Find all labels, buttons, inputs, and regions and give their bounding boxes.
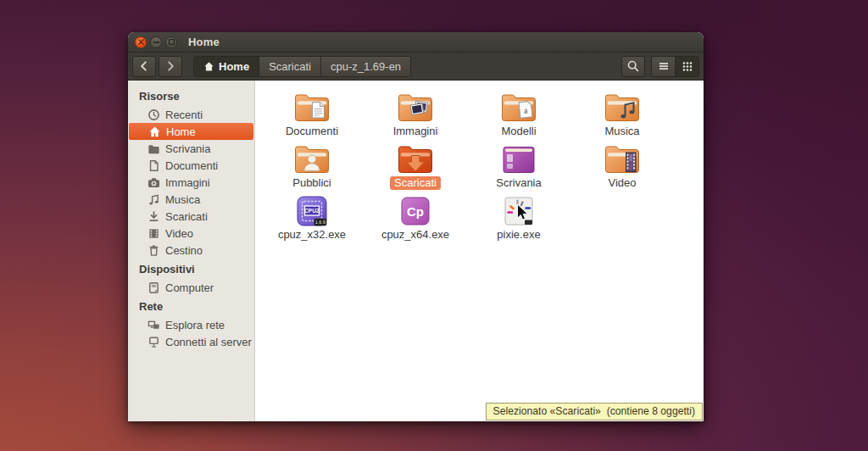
maximize-button[interactable] — [165, 36, 177, 48]
sidebar-item-computer[interactable]: Computer — [128, 279, 254, 296]
file-item-musica[interactable]: Musica — [570, 90, 674, 142]
breadcrumb-segment-cpu-z-1-69-en[interactable]: cpu-z_1.69-en — [320, 57, 410, 76]
server-icon — [147, 335, 160, 348]
home-icon — [203, 61, 214, 72]
sidebar-section-header: Dispositivi — [128, 259, 254, 279]
sidebar-item-home[interactable]: Home — [129, 123, 253, 140]
sidebar-item-esplora-rete[interactable]: Esplora rete — [128, 316, 254, 333]
svg-text:CPUZ: CPUZ — [304, 208, 320, 214]
document-icon — [147, 159, 160, 172]
sidebar: Risorse Recenti Home Scrivania Documenti… — [128, 81, 255, 421]
chevron-right-icon — [164, 59, 177, 73]
sidebar-section-risorse: Risorse Recenti Home Scrivania Documenti… — [128, 86, 254, 259]
file-item-documenti[interactable]: Documenti — [260, 90, 364, 142]
folder-icon — [147, 142, 160, 155]
file-manager-window: Home Home Scaricati cpu-z_1.69-en — [128, 32, 704, 421]
file-item-pixie-exe[interactable]: pixie.exe — [467, 193, 570, 245]
file-item-scaricati[interactable]: Scaricati — [364, 142, 467, 193]
exe-pixie-icon — [503, 193, 535, 227]
folder-public-icon — [293, 142, 331, 175]
trash-icon — [147, 243, 160, 257]
sidebar-item-connetti-al-server[interactable]: Connetti al server — [128, 333, 254, 350]
maximize-icon — [166, 36, 176, 47]
folder-templates-icon: a — [500, 90, 537, 124]
list-view-button[interactable] — [652, 57, 675, 76]
file-item-modelli[interactable]: a Modelli — [467, 90, 570, 142]
toolbar: Home Scaricati cpu-z_1.69-en — [128, 53, 704, 81]
sidebar-section-rete: Rete Esplora rete Connetti al server — [128, 296, 254, 350]
file-item-immagini[interactable]: Immagini — [364, 90, 467, 142]
sidebar-item-musica[interactable]: Musica — [128, 191, 254, 208]
download-icon — [147, 209, 160, 223]
music-icon — [147, 192, 160, 206]
search-icon — [626, 59, 640, 73]
breadcrumb-segment-scaricati[interactable]: Scaricati — [259, 57, 320, 76]
folder-video-icon — [604, 142, 641, 175]
list-view-icon — [657, 59, 670, 73]
grid-view-icon — [681, 59, 694, 73]
file-item-video[interactable]: Video — [570, 142, 674, 193]
folder-documents-icon — [293, 90, 331, 124]
content-pane[interactable]: Documenti Immagini a Modelli Musica Pubb… — [255, 81, 704, 421]
sidebar-section-dispositivi: Dispositivi Computer — [128, 259, 254, 296]
minimize-icon — [151, 36, 161, 47]
file-grid: Documenti Immagini a Modelli Musica Pubb… — [255, 81, 704, 245]
exe-cpuz64-icon: Cp — [399, 193, 431, 227]
svg-text:Cp: Cp — [407, 204, 424, 219]
folder-pictures-icon — [397, 90, 434, 124]
back-button[interactable] — [132, 56, 156, 77]
view-toggle-group — [651, 56, 699, 77]
sidebar-item-video[interactable]: Video — [128, 225, 254, 242]
sidebar-item-immagini[interactable]: Immagini — [128, 174, 254, 191]
sidebar-item-cestino[interactable]: Cestino — [128, 242, 254, 259]
svg-text:1.6.9: 1.6.9 — [315, 220, 326, 225]
window-title: Home — [188, 36, 220, 48]
sidebar-section-header: Risorse — [128, 86, 254, 106]
video-icon — [147, 226, 160, 240]
folder-downloads-selected-icon — [397, 142, 434, 175]
search-button[interactable] — [621, 56, 645, 77]
breadcrumb-segment-home[interactable]: Home — [194, 57, 259, 76]
network-icon — [147, 318, 160, 331]
status-tooltip: Selezionato «Scaricati» (contiene 8 ogge… — [486, 403, 703, 420]
window-body: Risorse Recenti Home Scrivania Documenti… — [128, 81, 704, 421]
chevron-left-icon — [137, 59, 151, 73]
camera-icon — [147, 175, 160, 189]
close-icon — [136, 36, 146, 47]
grid-view-button[interactable] — [675, 57, 698, 76]
forward-button[interactable] — [159, 56, 182, 77]
close-button[interactable] — [135, 36, 147, 48]
sidebar-item-documenti[interactable]: Documenti — [128, 157, 254, 174]
computer-icon — [147, 281, 160, 294]
sidebar-item-scaricati[interactable]: Scaricati — [128, 208, 254, 225]
folder-music-icon — [604, 90, 641, 124]
file-item-cpuz-x64-exe[interactable]: Cp cpuz_x64.exe — [364, 193, 467, 245]
desktop-icon — [500, 142, 537, 175]
home-icon — [147, 125, 161, 138]
sidebar-item-recenti[interactable]: Recenti — [128, 106, 254, 123]
file-item-scrivania[interactable]: Scrivania — [467, 142, 570, 193]
clock-icon — [147, 108, 160, 121]
toolbar-right — [621, 56, 699, 77]
file-item-pubblici[interactable]: Pubblici — [260, 142, 364, 193]
breadcrumb: Home Scaricati cpu-z_1.69-en — [193, 56, 411, 77]
titlebar[interactable]: Home — [128, 32, 704, 53]
sidebar-item-scrivania[interactable]: Scrivania — [128, 140, 254, 157]
exe-cpuz32-icon: CPUZ 1.6.9 — [296, 193, 328, 227]
file-item-cpuz-x32-exe[interactable]: CPUZ 1.6.9 cpuz_x32.exe — [260, 193, 364, 245]
minimize-button[interactable] — [150, 36, 162, 48]
sidebar-section-header: Rete — [128, 296, 254, 316]
